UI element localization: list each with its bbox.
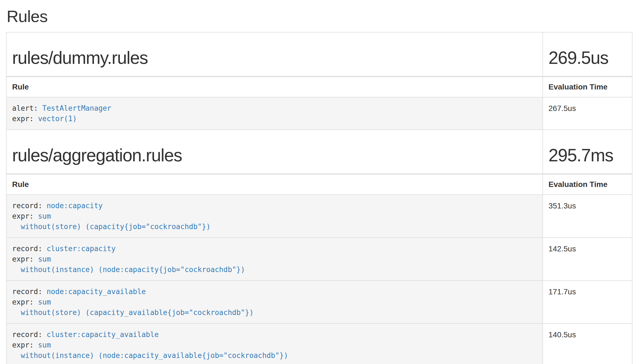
- page-title: Rules: [7, 8, 632, 25]
- eval-time-column-header: Evaluation Time: [543, 77, 632, 97]
- table-row: record:cluster:capacity expr:sum without…: [6, 238, 632, 281]
- column-header-row: Rule Evaluation Time: [6, 77, 632, 97]
- expr-label: expr:: [12, 115, 34, 123]
- rule-name-link[interactable]: node:capacity: [47, 202, 103, 210]
- rule-definition: record:cluster:capacity_available expr:s…: [12, 329, 537, 361]
- rule-group-total-eval-time: 269.5us: [548, 48, 626, 68]
- eval-time-column-header: Evaluation Time: [543, 174, 632, 195]
- rule-expr-link-continued[interactable]: without(store) (capacity{job="cockroachd…: [12, 222, 210, 231]
- rule-type-label: record:: [12, 202, 42, 210]
- rule-type-label: record:: [12, 330, 42, 339]
- rule-expr-link-continued[interactable]: without(store) (capacity_available{job="…: [12, 308, 254, 317]
- table-row: record:cluster:capacity_available expr:s…: [6, 324, 632, 364]
- table-row: record:node:capacity expr:sum without(st…: [6, 195, 632, 238]
- expr-label: expr:: [12, 212, 34, 220]
- expr-label: expr:: [12, 341, 34, 349]
- rule-expr-link-continued[interactable]: without(instance) (node:capacity_availab…: [12, 351, 288, 360]
- rule-eval-time: 171.7us: [543, 281, 632, 324]
- rule-name-link[interactable]: node:capacity_available: [47, 287, 146, 296]
- rule-definition: record:cluster:capacity expr:sum without…: [12, 243, 537, 275]
- rule-group-file: rules/aggregation.rules: [12, 145, 537, 165]
- rule-name-link[interactable]: cluster:capacity: [47, 245, 115, 253]
- expr-label: expr:: [12, 298, 34, 306]
- column-header-row: Rule Evaluation Time: [6, 174, 632, 195]
- rule-column-header: Rule: [6, 174, 543, 195]
- rule-type-label: alert:: [12, 104, 38, 112]
- rule-expr-link[interactable]: vector(1): [38, 115, 77, 123]
- rules-table: rules/dummy.rules 269.5us Rule Evaluatio…: [6, 32, 632, 364]
- table-row: record:node:capacity_available expr:sum …: [6, 281, 632, 324]
- rule-eval-time: 140.5us: [543, 324, 632, 364]
- rule-type-label: record:: [12, 245, 42, 253]
- rule-group-header: rules/aggregation.rules 295.7ms: [6, 130, 632, 174]
- rule-expr-link[interactable]: sum: [38, 255, 51, 263]
- rule-group-file: rules/dummy.rules: [12, 48, 537, 68]
- rule-eval-time: 351.3us: [543, 195, 632, 238]
- rule-name-link[interactable]: TestAlertManager: [42, 104, 111, 112]
- rule-definition: record:node:capacity_available expr:sum …: [12, 286, 537, 318]
- rule-expr-link[interactable]: sum: [38, 298, 51, 306]
- rule-eval-time: 267.5us: [543, 97, 632, 130]
- rule-group-total-eval-time: 295.7ms: [548, 145, 626, 165]
- rule-expr-link-continued[interactable]: without(instance) (node:capacity{job="co…: [12, 265, 245, 274]
- rule-column-header: Rule: [6, 77, 543, 97]
- rule-group-header: rules/dummy.rules 269.5us: [6, 32, 632, 77]
- rule-definition: alert:TestAlertManager expr:vector(1): [12, 103, 537, 124]
- rule-expr-link[interactable]: sum: [38, 341, 51, 349]
- rule-definition: record:node:capacity expr:sum without(st…: [12, 200, 537, 232]
- rule-eval-time: 142.5us: [543, 238, 632, 281]
- table-row: alert:TestAlertManager expr:vector(1) 26…: [6, 97, 632, 130]
- rule-name-link[interactable]: cluster:capacity_available: [47, 330, 159, 339]
- rule-expr-link[interactable]: sum: [38, 212, 51, 220]
- rules-page: Rules rules/dummy.rules 269.5us Rule Eva…: [0, 8, 638, 364]
- expr-label: expr:: [12, 255, 34, 263]
- rule-type-label: record:: [12, 287, 42, 296]
